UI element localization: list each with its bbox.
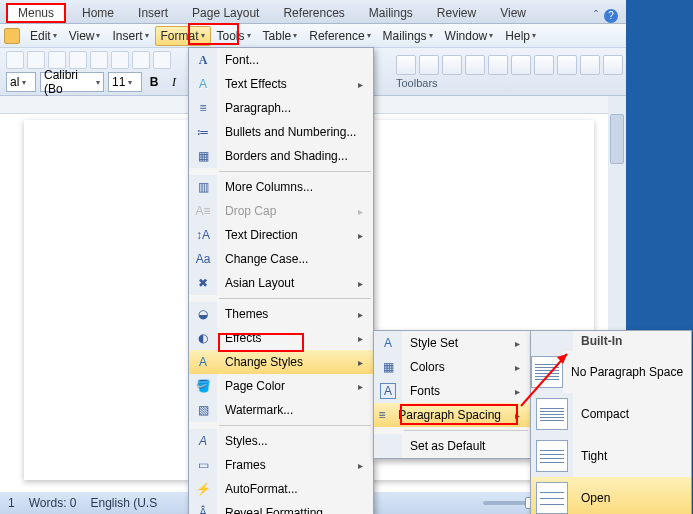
status-words[interactable]: Words: 0 [29,496,77,510]
style-combo[interactable]: al▾ [6,72,36,92]
italic-button[interactable]: I [166,75,182,90]
menu-item-text-effects[interactable]: AText Effects▸ [189,72,373,96]
menu-window[interactable]: Window▾ [439,26,500,46]
save-button[interactable] [48,51,66,69]
columns-icon: ▥ [195,179,211,195]
fonts-icon: A [380,383,396,399]
menu-item-bullets[interactable]: ≔Bullets and Numbering... [189,120,373,144]
preview-button[interactable] [90,51,108,69]
submenu-item-set-default[interactable]: Set as Default [374,434,530,458]
menu-edit[interactable]: Edit▾ [24,26,63,46]
open-button[interactable] [27,51,45,69]
menu-item-borders[interactable]: ▦Borders and Shading... [189,144,373,168]
tab-menus[interactable]: Menus [6,3,66,23]
tab-view[interactable]: View [488,3,538,23]
compact-preview-icon [536,398,568,430]
tb-btn[interactable] [603,55,623,75]
tab-page-layout[interactable]: Page Layout [180,3,271,23]
menu-insert[interactable]: Insert▾ [106,26,154,46]
menu-mailings[interactable]: Mailings▾ [377,26,439,46]
paragraph-icon: ≡ [195,100,211,116]
menu-item-themes[interactable]: ◒Themes▸ [189,302,373,326]
tb-btn[interactable] [557,55,577,75]
menu-format[interactable]: Format▾ [155,26,211,46]
menu-reference[interactable]: Reference▾ [303,26,376,46]
tb-btn[interactable] [580,55,600,75]
status-page[interactable]: 1 [8,496,15,510]
tb-btn[interactable] [419,55,439,75]
menu-item-change-styles[interactable]: AChange Styles▸ [189,350,373,374]
font-combo[interactable]: Calibri (Bo▾ [40,72,104,92]
menu-item-paragraph[interactable]: ≡Paragraph... [189,96,373,120]
tab-review[interactable]: Review [425,3,488,23]
tb-btn[interactable] [534,55,554,75]
dropcap-icon: A≡ [195,203,211,219]
ps-item-tight[interactable]: Tight [531,435,691,477]
style-set-icon: A [380,335,396,351]
tab-home[interactable]: Home [70,3,126,23]
tb-btn[interactable] [396,55,416,75]
paste-button[interactable] [153,51,171,69]
change-case-icon: Aa [195,251,211,267]
tb-btn[interactable] [511,55,531,75]
colors-icon: ▦ [380,359,396,375]
menu-item-asian-layout[interactable]: ✖Asian Layout▸ [189,271,373,295]
minimize-ribbon-icon[interactable]: ˆ [594,9,598,23]
file-button[interactable] [4,28,20,44]
tab-references[interactable]: References [271,3,356,23]
menu-item-styles[interactable]: AStyles... [189,429,373,453]
menu-item-font[interactable]: AFont... [189,48,373,72]
print-button[interactable] [69,51,87,69]
tb-btn[interactable] [442,55,462,75]
new-button[interactable] [6,51,24,69]
ps-item-compact[interactable]: Compact [531,393,691,435]
status-language[interactable]: English (U.S [90,496,157,510]
tb-btn[interactable] [488,55,508,75]
ps-item-no-spacing[interactable]: No Paragraph Space [531,351,691,393]
menu-view[interactable]: View▾ [63,26,107,46]
font-size-combo[interactable]: 11▾ [108,72,142,92]
ps-item-open[interactable]: Open [531,477,691,514]
bold-button[interactable]: B [146,75,162,89]
asian-layout-icon: ✖ [195,275,211,291]
menu-item-drop-cap: A≡Drop Cap▸ [189,199,373,223]
menu-item-frames[interactable]: ▭Frames▸ [189,453,373,477]
text-effects-icon: A [195,76,211,92]
tight-preview-icon [536,440,568,472]
borders-icon: ▦ [195,148,211,164]
cut-button[interactable] [111,51,129,69]
tab-insert[interactable]: Insert [126,3,180,23]
tb-btn[interactable] [465,55,485,75]
submenu-item-fonts[interactable]: AFonts▸ [374,379,530,403]
ps-heading: Built-In [531,331,691,351]
toolbars-label: Toolbars [396,77,438,89]
text-direction-icon: ↕A [195,227,211,243]
paragraph-spacing-icon: ≡ [374,407,390,423]
open-preview-icon [536,482,568,514]
styles-icon: A [195,433,211,449]
menu-item-reveal-formatting[interactable]: ÂReveal Formatting... [189,501,373,514]
menu-table[interactable]: Table▾ [257,26,304,46]
copy-button[interactable] [132,51,150,69]
change-styles-submenu: AStyle Set▸ ▦Colors▸ AFonts▸ ≡Paragraph … [373,330,531,459]
help-icon[interactable]: ? [604,9,618,23]
menu-help[interactable]: Help▾ [499,26,542,46]
classic-menu-bar: Edit▾ View▾ Insert▾ Format▾ Tools▾ Table… [0,24,626,48]
font-icon: A [195,52,211,68]
submenu-item-paragraph-spacing[interactable]: ≡Paragraph Spacing▸ [374,403,530,427]
menu-item-page-color[interactable]: 🪣Page Color▸ [189,374,373,398]
menu-item-autoformat[interactable]: ⚡AutoFormat... [189,477,373,501]
submenu-item-style-set[interactable]: AStyle Set▸ [374,331,530,355]
submenu-item-colors[interactable]: ▦Colors▸ [374,355,530,379]
autoformat-icon: ⚡ [195,481,211,497]
menu-item-effects[interactable]: ◐Effects▸ [189,326,373,350]
menu-tools[interactable]: Tools▾ [211,26,257,46]
menu-item-change-case[interactable]: AaChange Case... [189,247,373,271]
paragraph-spacing-submenu: Built-In No Paragraph Space Compact Tigh… [530,330,692,514]
themes-icon: ◒ [195,306,211,322]
tab-mailings[interactable]: Mailings [357,3,425,23]
menu-item-watermark[interactable]: ▧Watermark... [189,398,373,422]
menu-item-more-columns[interactable]: ▥More Columns... [189,175,373,199]
watermark-icon: ▧ [195,402,211,418]
menu-item-text-direction[interactable]: ↕AText Direction▸ [189,223,373,247]
